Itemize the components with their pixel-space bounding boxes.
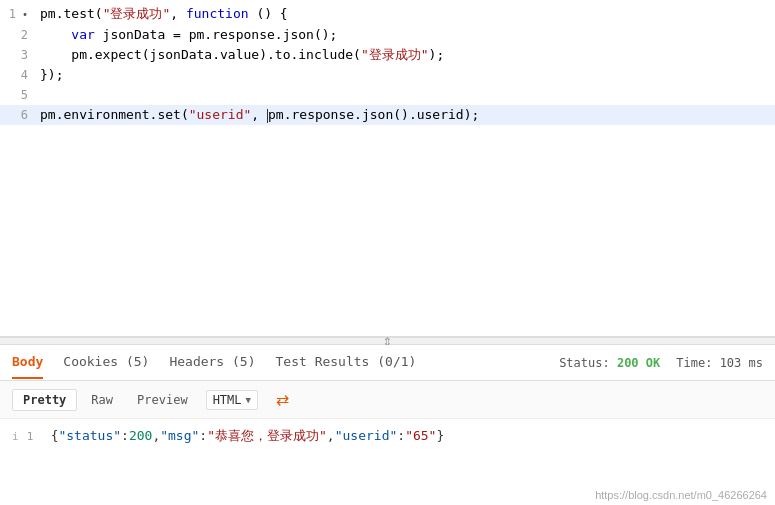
sub-tabs-bar: Pretty Raw Preview HTML ▼ ⇄ xyxy=(0,381,775,419)
time-label: Time: 103 ms xyxy=(676,356,763,370)
tab-test-results[interactable]: Test Results (0/1) xyxy=(276,346,417,379)
response-status: Status: 200 OK Time: 103 ms xyxy=(559,356,763,370)
line-content-3: pm.expect(jsonData.value).to.include("登录… xyxy=(40,45,444,65)
resp-line-num-1: 1 xyxy=(27,430,43,443)
line-number-5: 5 xyxy=(8,85,28,105)
tab-headers[interactable]: Headers (5) xyxy=(169,346,255,379)
sub-tab-pretty[interactable]: Pretty xyxy=(12,389,77,411)
code-line-2: 2 var jsonData = pm.response.json(); xyxy=(0,25,775,45)
format-value: HTML xyxy=(213,393,242,407)
status-value: 200 OK xyxy=(617,356,660,370)
line-content-6: pm.environment.set("userid", pm.response… xyxy=(40,105,479,125)
bullet-1: • xyxy=(16,9,28,20)
response-json-line: i 1 {"status":200,"msg":"恭喜您，登录成功","user… xyxy=(12,427,763,445)
tab-body[interactable]: Body xyxy=(12,346,43,379)
code-line-6: 6 pm.environment.set("userid", pm.respon… xyxy=(0,105,775,125)
line-content-1: pm.test("登录成功", function () { xyxy=(40,4,288,24)
line-content-2: var jsonData = pm.response.json(); xyxy=(40,25,337,45)
code-lines: 1 • pm.test("登录成功", function () { 2 var … xyxy=(0,0,775,129)
line-number-2: 2 xyxy=(8,25,28,45)
code-line-5: 5 xyxy=(0,85,775,105)
sub-tab-raw[interactable]: Raw xyxy=(81,390,123,410)
resize-divider[interactable]: ⇕ xyxy=(0,337,775,345)
info-icon: i xyxy=(12,430,19,443)
format-dropdown-arrow-icon: ▼ xyxy=(246,395,251,405)
json-content: {"status":200,"msg":"恭喜您，登录成功","userid":… xyxy=(51,427,445,445)
time-value: 103 ms xyxy=(720,356,763,370)
tab-cookies[interactable]: Cookies (5) xyxy=(63,346,149,379)
wrap-button[interactable]: ⇄ xyxy=(270,387,295,412)
code-line-4: 4 }); xyxy=(0,65,775,85)
sub-tab-preview[interactable]: Preview xyxy=(127,390,198,410)
line-number-4: 4 xyxy=(8,65,28,85)
response-panel: Body Cookies (5) Headers (5) Test Result… xyxy=(0,345,775,505)
status-label: Status: 200 OK xyxy=(559,356,660,370)
format-select[interactable]: HTML ▼ xyxy=(206,390,258,410)
line-number-1: 1 • xyxy=(8,4,28,25)
code-line-1: 1 • pm.test("登录成功", function () { xyxy=(0,4,775,25)
watermark: https://blog.csdn.net/m0_46266264 xyxy=(595,489,767,501)
line-number-6: 6 xyxy=(8,105,28,125)
line-content-4: }); xyxy=(40,65,63,85)
code-editor[interactable]: 1 • pm.test("登录成功", function () { 2 var … xyxy=(0,0,775,337)
response-tabs-bar: Body Cookies (5) Headers (5) Test Result… xyxy=(0,345,775,381)
code-line-3: 3 pm.expect(jsonData.value).to.include("… xyxy=(0,45,775,65)
line-number-3: 3 xyxy=(8,45,28,65)
